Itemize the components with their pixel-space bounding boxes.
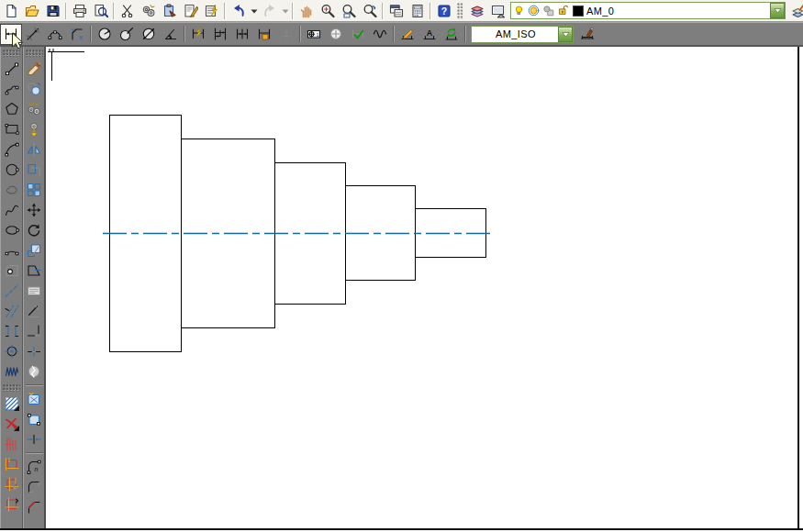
multiple-edit-button[interactable] [1, 434, 22, 454]
power-move-button[interactable] [24, 119, 45, 139]
plot-preview-button[interactable] [90, 1, 111, 20]
extend-button[interactable] [24, 321, 45, 341]
dimension-style-combobox[interactable]: AM_ISO [471, 26, 574, 43]
plot-button[interactable] [69, 1, 90, 20]
angular-dimension-button[interactable] [160, 24, 182, 45]
circle-button[interactable] [1, 160, 22, 180]
ellipse-arc-button[interactable] [1, 240, 22, 260]
rectangle-button[interactable] [1, 119, 22, 139]
toolbar-grip[interactable] [26, 50, 43, 57]
zoom-realtime-button[interactable] [317, 1, 338, 20]
offset-button[interactable] [24, 160, 45, 180]
fillet-radius-button[interactable]: n [24, 457, 45, 477]
chamfer-button[interactable] [24, 497, 45, 517]
match-lightning-icon [205, 4, 219, 18]
power-erase-button[interactable] [1, 414, 22, 434]
baseline-dimension-button[interactable] [209, 24, 231, 45]
design-center-button[interactable] [407, 1, 428, 20]
lengthen-button[interactable] [24, 281, 45, 301]
lightbulb-on-icon[interactable] [511, 5, 526, 17]
detail-view-3-button[interactable] [1, 494, 22, 515]
drawing-canvas[interactable] [46, 47, 799, 528]
edit-button[interactable] [180, 1, 201, 20]
hatch-button[interactable] [1, 393, 22, 414]
copy-button[interactable] [138, 1, 159, 20]
save-button[interactable] [42, 1, 63, 20]
paste-button[interactable] [159, 1, 180, 20]
array-button[interactable] [24, 180, 45, 200]
padlock-open-icon[interactable] [555, 5, 570, 17]
move-button[interactable] [24, 200, 45, 220]
zoom-previous-button[interactable] [359, 1, 380, 20]
update-dimension-button[interactable] [441, 24, 463, 45]
dimension-style-dropdown[interactable] [558, 27, 573, 42]
cut-button[interactable] [117, 1, 138, 20]
detail-view-2-button[interactable] [1, 474, 22, 494]
stretch-button[interactable] [24, 260, 45, 281]
power-copy-button[interactable] [24, 79, 45, 99]
power-dimension-button[interactable] [187, 24, 209, 45]
scale-button[interactable] [24, 240, 45, 260]
properties-button[interactable] [385, 1, 407, 20]
chain-dimension-button[interactable] [231, 24, 253, 45]
spring-button[interactable] [1, 361, 22, 382]
ordinate-dimension-button[interactable]: YX [66, 24, 88, 45]
match-properties-button[interactable] [201, 1, 222, 20]
diameter-dimension-button[interactable] [138, 24, 160, 45]
centerline-cross-button[interactable] [1, 341, 22, 361]
power-copy-options-button[interactable] [24, 99, 45, 119]
rotate-button[interactable] [24, 220, 45, 240]
radius-dimension-button[interactable] [94, 24, 116, 45]
mirror-button[interactable] [24, 139, 45, 160]
check-dimension-button[interactable] [347, 24, 369, 45]
fillet-button[interactable] [24, 477, 45, 497]
point-donut-button[interactable] [1, 260, 22, 281]
layer-preview-button[interactable] [487, 1, 508, 20]
new-button[interactable] [0, 1, 21, 20]
aligned-dimension-button[interactable] [22, 24, 44, 45]
trim-button[interactable] [24, 301, 45, 321]
datum-identifier-button[interactable] [325, 24, 347, 45]
sun-on-icon[interactable] [526, 5, 541, 17]
section-line-button[interactable] [1, 321, 22, 341]
layer-combo-dropdown[interactable] [770, 3, 785, 18]
help-button[interactable]: ? [433, 1, 454, 20]
edit-dimension-button[interactable] [396, 24, 418, 45]
tolerance-dimension-button[interactable]: .1 [303, 24, 325, 45]
power-erase-button[interactable] [24, 59, 45, 79]
line-button[interactable] [1, 59, 22, 79]
jogged-dimension-button[interactable] [116, 24, 138, 45]
detail-view-1-button[interactable] [1, 454, 22, 474]
construction-parallel-button[interactable] [1, 301, 22, 321]
toolbar-grip[interactable] [457, 3, 463, 19]
toolbar-grip[interactable] [3, 384, 20, 392]
construction-line-button[interactable] [1, 281, 22, 301]
open-button[interactable] [21, 1, 42, 20]
dim-tolerance-icon: .1 [307, 27, 321, 41]
make-object-layer-current-button[interactable] [787, 1, 803, 20]
sun-viewport-icon[interactable] [541, 5, 555, 17]
layer-combobox[interactable]: AM_0 [510, 2, 786, 19]
multi-edit-dimension-button[interactable] [253, 24, 275, 45]
spline-button[interactable] [1, 200, 22, 220]
undo-history-button[interactable] [249, 1, 259, 20]
polygon-button[interactable] [1, 99, 22, 119]
break-at-point-button[interactable] [24, 341, 45, 361]
ellipse-button[interactable] [1, 220, 22, 240]
arc-button[interactable] [1, 139, 22, 160]
polyline-button[interactable] [1, 79, 22, 99]
zoom-window-button[interactable] [338, 1, 359, 20]
divide-button[interactable] [24, 429, 45, 449]
pan-button[interactable] [296, 1, 317, 20]
dimension-style-painter-button[interactable] [576, 24, 598, 45]
edit-polyline-button[interactable] [24, 409, 45, 429]
layers-button[interactable] [466, 1, 487, 20]
toolbar-separator [382, 3, 384, 19]
break-button[interactable] [24, 361, 45, 382]
edit-hatch-button[interactable] [24, 389, 45, 409]
arc-dimension-button[interactable] [44, 24, 66, 45]
revision-cloud-button[interactable] [1, 180, 22, 200]
surface-texture-button[interactable] [369, 24, 391, 45]
edit-dimension-text-button[interactable]: A [418, 24, 441, 45]
layer-color-swatch[interactable] [573, 6, 584, 17]
